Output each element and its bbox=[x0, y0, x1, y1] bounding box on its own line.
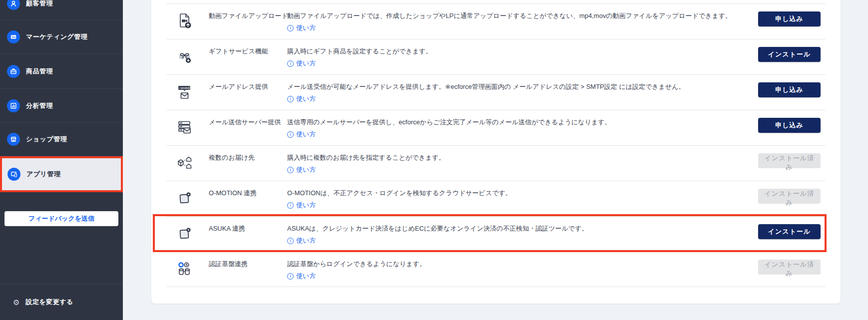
send-feedback-button[interactable]: フィードバックを送信 bbox=[4, 211, 118, 226]
sidebar-item-label: マーケティング管理 bbox=[26, 32, 87, 41]
gear-icon: ⚙ bbox=[13, 299, 19, 306]
app-row-gift-service: ギフトサービス機能 購入時にギフト商品を設定することができます。 i 使い方 イ… bbox=[166, 39, 826, 74]
apps-list-card: 動画ファイルアップロード 動画ファイルアップロードでは、作成したショップやLPに… bbox=[151, 0, 841, 304]
info-icon: i bbox=[287, 25, 294, 31]
apps-rows: 動画ファイルアップロード 動画ファイルアップロードでは、作成したショップやLPに… bbox=[166, 3, 826, 287]
howto-link[interactable]: i 使い方 bbox=[287, 201, 316, 210]
apply-button[interactable]: 申し込み bbox=[758, 118, 821, 133]
apps-icon bbox=[7, 168, 20, 181]
app-name: O-MOTION 連携 bbox=[209, 181, 287, 216]
app-row-asuka: ASUKA 連携 ASUKAは、クレジットカード決済をはじめECに必要なオンライ… bbox=[166, 216, 826, 252]
sidebar-item-label: 分析管理 bbox=[26, 101, 53, 110]
sidebar-item-apps[interactable]: アプリ管理 bbox=[0, 156, 123, 192]
app-name: 複数のお届け先 bbox=[209, 146, 287, 181]
howto-link[interactable]: i 使い方 bbox=[287, 23, 316, 32]
install-button[interactable]: インストール bbox=[758, 47, 821, 62]
info-icon: i bbox=[287, 60, 294, 67]
app-description: メール送受信が可能なメールアドレスを提供します。※ecforce管理画面内の メ… bbox=[287, 82, 758, 91]
info-icon: i bbox=[287, 96, 294, 102]
app-row-multiple-addresses: 複数のお届け先 購入時に複数のお届け先を指定することができます。 i 使い方 イ… bbox=[166, 145, 826, 181]
gift-icon bbox=[176, 47, 194, 65]
howto-link[interactable]: i 使い方 bbox=[287, 94, 316, 103]
apply-button[interactable]: 申し込み bbox=[758, 82, 821, 97]
app-name: メール送信サーバー提供 bbox=[209, 110, 287, 145]
customer-icon bbox=[7, 0, 20, 10]
change-settings-label: 設定を変更する bbox=[25, 298, 73, 307]
app-description: 購入時に複数のお届け先を指定することができます。 bbox=[287, 153, 758, 162]
video-file-upload-icon bbox=[176, 12, 194, 30]
bar-chart-icon bbox=[7, 99, 20, 112]
app-row-auth-platform: 認証基盤連携 認証基盤からログインできるようになります。 i 使い方 インストー… bbox=[166, 252, 826, 287]
app-name: 認証基盤連携 bbox=[209, 252, 287, 287]
omotion-icon bbox=[176, 189, 194, 207]
app-name: 動画ファイルアップロード bbox=[209, 4, 287, 39]
marketing-icon: Aa bbox=[7, 30, 20, 43]
sidebar-item-customers[interactable]: 顧客管理 bbox=[0, 0, 123, 20]
app-description: 購入時にギフト商品を設定することができます。 bbox=[287, 47, 758, 56]
sidebar-item-shop[interactable]: ショップ管理 bbox=[0, 123, 123, 156]
howto-link[interactable]: i 使い方 bbox=[287, 272, 316, 281]
asuka-icon bbox=[176, 225, 194, 243]
briefcase-icon bbox=[7, 65, 20, 78]
installed-button: インストール済み bbox=[758, 153, 821, 168]
multiple-destinations-icon bbox=[176, 154, 194, 172]
app-row-mail-address: ✓sample@ メールアドレス提供 メール送受信が可能なメールアドレスを提供し… bbox=[166, 74, 826, 110]
app-row-omotion: O-MOTION 連携 O-MOTIONは、不正アクセス・ログインを検知するクラ… bbox=[166, 181, 826, 216]
info-icon: i bbox=[287, 202, 294, 209]
storefront-icon bbox=[7, 133, 20, 146]
installed-button: インストール済み bbox=[758, 260, 821, 275]
sidebar-item-label: 顧客管理 bbox=[26, 0, 53, 8]
install-button[interactable]: インストール bbox=[758, 224, 821, 239]
sidebar-item-label: 商品管理 bbox=[26, 67, 53, 76]
sidebar-item-analytics[interactable]: 分析管理 bbox=[0, 89, 123, 123]
app-name: ASUKA 連携 bbox=[209, 217, 287, 252]
sidebar: 顧客管理 Aa マーケティング管理 商品管理 bbox=[0, 0, 123, 320]
app-name: メールアドレス提供 bbox=[209, 75, 287, 110]
auth-platform-icon bbox=[176, 260, 194, 278]
info-icon: i bbox=[287, 238, 294, 244]
sidebar-item-marketing[interactable]: Aa マーケティング管理 bbox=[0, 20, 123, 54]
app-name: ギフトサービス機能 bbox=[209, 39, 287, 74]
sidebar-item-label: アプリ管理 bbox=[26, 170, 60, 179]
info-icon: i bbox=[287, 131, 294, 138]
mail-server-icon bbox=[176, 118, 194, 136]
screen: 顧客管理 Aa マーケティング管理 商品管理 bbox=[0, 0, 868, 320]
svg-text:✓sample@: ✓sample@ bbox=[178, 87, 190, 89]
info-icon: i bbox=[287, 273, 294, 280]
app-description: ASUKAは、クレジットカード決済をはじめECに必要なオンライン決済の不正検知・… bbox=[287, 224, 758, 233]
howto-link[interactable]: i 使い方 bbox=[287, 236, 316, 245]
mail-address-icon: ✓sample@ bbox=[176, 83, 194, 101]
app-description: 送信専用のメールサーバーを提供し、ecforceからご注文完了メール等のメール送… bbox=[287, 118, 758, 127]
app-description: 動画ファイルアップロードでは、作成したショップやLPに通常アップロードすることが… bbox=[287, 11, 758, 20]
app-description: 認証基盤からログインできるようになります。 bbox=[287, 260, 758, 269]
howto-link[interactable]: i 使い方 bbox=[287, 130, 316, 139]
installed-button: インストール済み bbox=[758, 189, 821, 204]
change-settings-button[interactable]: ⚙ 設定を変更する bbox=[0, 284, 123, 320]
howto-link[interactable]: i 使い方 bbox=[287, 165, 316, 174]
howto-link[interactable]: i 使い方 bbox=[287, 59, 316, 68]
svg-text:Aa: Aa bbox=[11, 35, 15, 38]
sidebar-item-products[interactable]: 商品管理 bbox=[0, 54, 123, 89]
sidebar-item-label: ショップ管理 bbox=[26, 135, 67, 144]
app-row-mail-server: メール送信サーバー提供 送信専用のメールサーバーを提供し、ecforceからご注… bbox=[166, 110, 826, 145]
app-description: O-MOTIONは、不正アクセス・ログインを検知するクラウドサービスです。 bbox=[287, 189, 758, 198]
info-icon: i bbox=[287, 167, 294, 173]
app-row-video-upload: 動画ファイルアップロード 動画ファイルアップロードでは、作成したショップやLPに… bbox=[166, 3, 826, 39]
apply-button[interactable]: 申し込み bbox=[758, 11, 821, 26]
